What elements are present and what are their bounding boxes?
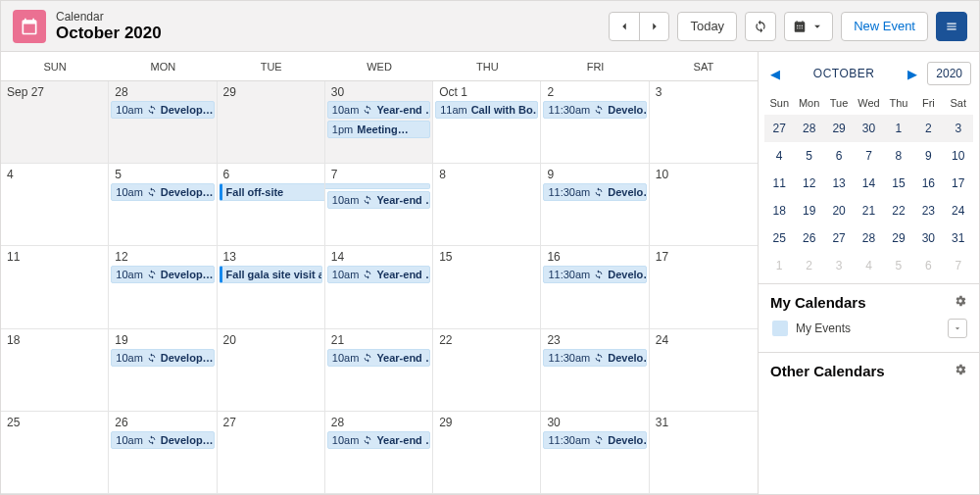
mini-day[interactable]: 23 <box>913 197 943 224</box>
day-cell[interactable]: 2311:30amDevelo… <box>541 329 649 412</box>
event[interactable]: 11:30amDevelo… <box>543 101 646 119</box>
other-calendars-settings[interactable] <box>954 363 967 379</box>
day-cell[interactable]: Oct 111amCall with Bo… <box>433 81 541 164</box>
event[interactable]: 10amDevelop… <box>111 183 214 201</box>
mini-day[interactable]: 27 <box>764 115 794 142</box>
day-cell[interactable]: 2610amDevelop… <box>109 412 217 494</box>
mini-day[interactable]: 1 <box>764 252 794 279</box>
event[interactable]: 11:30amDevelo… <box>543 266 646 283</box>
mini-day[interactable]: 10 <box>944 142 973 170</box>
mini-day[interactable]: 20 <box>824 197 854 224</box>
day-cell[interactable]: 29 <box>433 412 541 494</box>
event[interactable]: 10amYear-end … <box>327 191 430 209</box>
mini-day[interactable]: 31 <box>944 224 973 252</box>
day-cell[interactable]: 18 <box>1 329 109 412</box>
day-cell[interactable]: 2810amYear-end … <box>325 412 433 494</box>
mini-prev-button[interactable]: ◀ <box>766 67 784 81</box>
prev-button[interactable] <box>610 12 639 41</box>
event[interactable]: 11:30amDevelo… <box>543 183 646 201</box>
day-cell[interactable]: 1611:30amDevelo… <box>541 246 649 328</box>
mini-calendar[interactable]: SunMonTueWedThuFriSat2728293012345678910… <box>759 91 979 279</box>
day-cell[interactable]: Sep 27 <box>1 81 109 164</box>
day-cell[interactable]: 10 <box>650 164 758 246</box>
day-cell[interactable]: 1410amYear-end … <box>325 246 433 328</box>
day-cell[interactable]: 2110amYear-end … <box>325 329 433 412</box>
mini-day[interactable]: 3 <box>944 115 973 142</box>
mini-day[interactable]: 18 <box>764 197 794 224</box>
mini-day[interactable]: 15 <box>884 170 913 197</box>
day-cell[interactable]: 3010amYear-end …1pmMeeting… <box>325 81 433 164</box>
mini-day[interactable]: 30 <box>854 115 883 142</box>
mini-day[interactable]: 11 <box>764 170 794 197</box>
mini-day[interactable]: 2 <box>913 115 943 142</box>
mini-day[interactable]: 9 <box>913 142 943 170</box>
mini-day[interactable]: 29 <box>824 115 854 142</box>
calendar-item-menu[interactable] <box>948 319 967 338</box>
mini-day[interactable]: 13 <box>824 170 854 197</box>
sidebar-toggle-button[interactable] <box>936 12 967 41</box>
day-cell[interactable]: 29 <box>218 81 325 164</box>
mini-day[interactable]: 4 <box>854 252 883 279</box>
mini-day[interactable]: 3 <box>824 252 854 279</box>
mini-next-button[interactable]: ▶ <box>904 67 921 81</box>
day-cell[interactable]: 17 <box>650 246 758 328</box>
event[interactable]: 10amDevelop… <box>111 349 214 367</box>
day-cell[interactable]: 211:30amDevelo… <box>541 81 649 164</box>
mini-day[interactable]: 14 <box>854 170 883 197</box>
my-calendars-settings[interactable] <box>954 294 967 311</box>
event[interactable]: 10amDevelop… <box>111 431 214 449</box>
next-button[interactable] <box>639 12 668 41</box>
day-cell[interactable]: 24 <box>650 329 758 412</box>
event[interactable]: 10amDevelop… <box>111 101 214 119</box>
day-cell[interactable]: 2810amDevelop… <box>109 81 217 164</box>
view-picker-icon[interactable] <box>785 12 832 41</box>
event[interactable]: 10amYear-end … <box>327 349 430 367</box>
day-cell[interactable]: 510amDevelop… <box>109 164 217 246</box>
day-cell[interactable]: 6Fall off-site <box>218 164 325 246</box>
day-cell[interactable]: 25 <box>1 412 109 494</box>
event[interactable]: 11:30amDevelo… <box>543 431 646 449</box>
mini-day[interactable]: 19 <box>794 197 823 224</box>
day-cell[interactable]: 911:30amDevelo… <box>541 164 649 246</box>
day-cell[interactable]: 15 <box>433 246 541 328</box>
mini-day[interactable]: 5 <box>884 252 913 279</box>
mini-day[interactable]: 26 <box>794 224 823 252</box>
day-cell[interactable]: 710amYear-end … <box>325 164 433 246</box>
event[interactable]: 11amCall with Bo… <box>435 101 538 119</box>
mini-day[interactable]: 24 <box>944 197 973 224</box>
day-cell[interactable]: 20 <box>218 329 325 412</box>
day-cell[interactable]: 13Fall gala site visit a… <box>218 246 325 328</box>
mini-day[interactable]: 4 <box>764 142 794 170</box>
mini-day[interactable]: 2 <box>794 252 823 279</box>
mini-day[interactable]: 30 <box>913 224 943 252</box>
mini-day[interactable]: 27 <box>824 224 854 252</box>
day-cell[interactable]: 3 <box>650 81 758 164</box>
event[interactable]: 11:30amDevelo… <box>543 349 646 367</box>
new-event-button[interactable]: New Event <box>841 12 928 41</box>
day-cell[interactable]: 22 <box>433 329 541 412</box>
day-cell[interactable]: 1210amDevelop… <box>109 246 217 328</box>
mini-year-select[interactable]: 2020 <box>927 62 971 85</box>
mini-day[interactable]: 5 <box>794 142 823 170</box>
event[interactable]: Fall gala site visit a… <box>220 266 322 283</box>
event[interactable]: 10amYear-end … <box>327 431 430 449</box>
mini-day[interactable]: 7 <box>944 252 973 279</box>
month-grid[interactable]: Sep 272810amDevelop…293010amYear-end …1p… <box>1 81 758 494</box>
event[interactable]: 1pmMeeting… <box>327 121 430 138</box>
day-cell[interactable]: 8 <box>433 164 541 246</box>
event[interactable]: 10amYear-end … <box>327 101 430 119</box>
mini-day[interactable]: 8 <box>884 142 913 170</box>
mini-day[interactable]: 29 <box>884 224 913 252</box>
mini-day[interactable]: 7 <box>854 142 883 170</box>
mini-day[interactable]: 17 <box>944 170 973 197</box>
refresh-button[interactable] <box>745 12 776 41</box>
mini-day[interactable]: 28 <box>854 224 883 252</box>
mini-day[interactable]: 12 <box>794 170 823 197</box>
mini-day[interactable]: 21 <box>854 197 883 224</box>
day-cell[interactable]: 11 <box>1 246 109 328</box>
mini-day[interactable]: 6 <box>913 252 943 279</box>
mini-day[interactable]: 22 <box>884 197 913 224</box>
day-cell[interactable]: 27 <box>218 412 325 494</box>
event[interactable] <box>325 183 430 189</box>
mini-day[interactable]: 28 <box>794 115 823 142</box>
